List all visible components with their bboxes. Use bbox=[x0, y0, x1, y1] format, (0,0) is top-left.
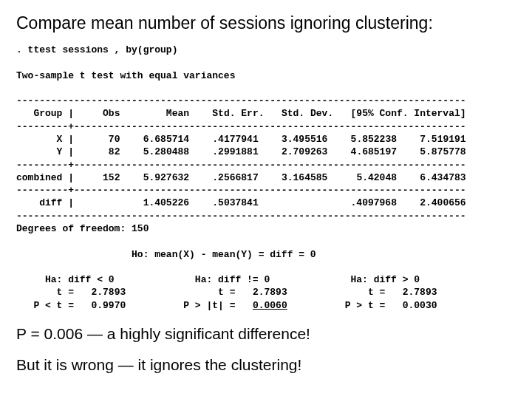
row-y-obs: 82 bbox=[109, 146, 120, 157]
col-stddev: Std. Dev. bbox=[282, 108, 333, 119]
ha-gt-p: 0.0030 bbox=[403, 300, 437, 311]
ha-ne-p: 0.0060 bbox=[253, 300, 287, 311]
row-combined-cihi: 6.434783 bbox=[420, 172, 466, 183]
row-diff-cilo: .4097968 bbox=[351, 197, 397, 208]
row-diff-stderr: .5037841 bbox=[212, 197, 258, 208]
ha-ne-tlbl: t = bbox=[218, 287, 235, 298]
ha-lt-t: 2.7893 bbox=[91, 287, 126, 298]
ha-lt-p: 0.9970 bbox=[91, 300, 126, 311]
col-ci: [95% Conf. Interval] bbox=[351, 108, 466, 119]
row-x-cihi: 7.519191 bbox=[420, 134, 466, 145]
ha-ne-t: 2.7893 bbox=[253, 287, 287, 298]
row-y-stddev: 2.709263 bbox=[282, 146, 327, 157]
ha-lt-plbl: P < t = bbox=[33, 300, 74, 311]
row-y-cihi: 5.875778 bbox=[420, 146, 466, 157]
footer-line-2: But it is wrong — it ignores the cluster… bbox=[16, 356, 516, 374]
ha-ne-title: Ha: diff != 0 bbox=[195, 274, 270, 285]
ha-gt-plbl: P > t = bbox=[345, 300, 386, 311]
ho-line: Ho: mean(X) - mean(Y) = diff = 0 bbox=[132, 249, 316, 260]
row-y-mean: 5.280488 bbox=[143, 146, 189, 157]
stata-output: . ttest sessions , by(group) Two-sample … bbox=[16, 44, 516, 312]
ha-gt-t: 2.7893 bbox=[403, 287, 437, 298]
row-y-cilo: 4.685197 bbox=[351, 146, 397, 157]
col-stderr: Std. Err. bbox=[212, 108, 264, 119]
row-diff-label: diff bbox=[39, 197, 62, 208]
row-y-stderr: .2991881 bbox=[212, 146, 258, 157]
col-mean: Mean bbox=[166, 108, 189, 119]
row-x-obs: 70 bbox=[109, 134, 120, 145]
row-combined-stderr: .2566817 bbox=[212, 172, 258, 183]
row-y-label: Y bbox=[57, 146, 63, 157]
degrees-of-freedom: Degrees of freedom: 150 bbox=[16, 223, 149, 234]
row-combined-cilo: 5.42048 bbox=[356, 172, 397, 183]
row-x-mean: 6.685714 bbox=[143, 134, 189, 145]
row-diff-cihi: 2.400656 bbox=[420, 197, 466, 208]
ha-lt-title: Ha: diff < 0 bbox=[45, 274, 115, 285]
row-combined-obs: 152 bbox=[103, 172, 120, 183]
stata-command: . ttest sessions , by(group) bbox=[16, 44, 177, 55]
test-name: Two-sample t test with equal variances bbox=[16, 70, 235, 81]
row-x-stddev: 3.495516 bbox=[282, 134, 327, 145]
row-combined-stddev: 3.164585 bbox=[282, 172, 327, 183]
ha-gt-tlbl: t = bbox=[368, 287, 385, 298]
col-obs: Obs bbox=[103, 108, 120, 119]
slide-page: Compare mean number of sessions ignoring… bbox=[0, 0, 532, 381]
ha-gt-title: Ha: diff > 0 bbox=[351, 274, 420, 285]
slide-title: Compare mean number of sessions ignoring… bbox=[16, 13, 516, 33]
row-x-label: X bbox=[57, 134, 63, 145]
row-diff-mean: 1.405226 bbox=[143, 197, 189, 208]
footer-line-1: P = 0.006 — a highly significant differe… bbox=[16, 325, 516, 343]
ha-ne-plbl: P > |t| = bbox=[183, 300, 235, 311]
row-x-cilo: 5.852238 bbox=[351, 134, 397, 145]
row-x-stderr: .4177941 bbox=[212, 134, 258, 145]
row-combined-label: combined bbox=[16, 172, 62, 183]
ha-lt-tlbl: t = bbox=[57, 287, 74, 298]
row-combined-mean: 5.927632 bbox=[143, 172, 189, 183]
col-group: Group bbox=[33, 108, 62, 119]
